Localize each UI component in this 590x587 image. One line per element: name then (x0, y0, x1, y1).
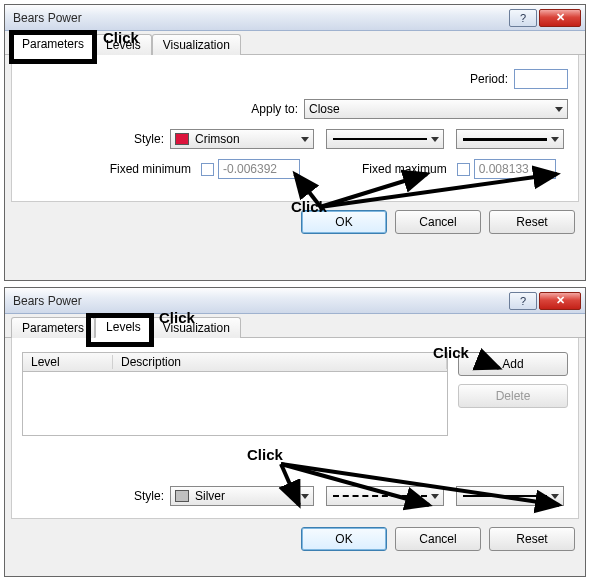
levels-table-header: Level Description (22, 352, 448, 372)
reset-button[interactable]: Reset (489, 210, 575, 234)
chevron-down-icon (551, 137, 559, 142)
apply-to-value: Close (309, 102, 340, 116)
help-button[interactable]: ? (509, 9, 537, 27)
period-label: Period: (470, 72, 514, 86)
style-color-combo[interactable]: Crimson (170, 129, 314, 149)
window-title: Bears Power (13, 294, 507, 308)
fixed-max-label: Fixed maximum (362, 162, 453, 176)
style-color-combo[interactable]: Silver (170, 486, 314, 506)
fixed-max-checkbox[interactable] (457, 163, 470, 176)
style-label: Style: (22, 132, 170, 146)
fixed-min-label: Fixed minimum (22, 162, 197, 176)
style-width-combo[interactable] (456, 129, 564, 149)
color-swatch-icon (175, 133, 189, 145)
apply-to-combo[interactable]: Close (304, 99, 568, 119)
col-level: Level (23, 355, 113, 369)
tab-visualization[interactable]: Visualization (152, 317, 241, 338)
style-color-value: Silver (195, 489, 225, 503)
tab-levels[interactable]: Levels (95, 316, 152, 338)
line-width-preview-icon (463, 138, 547, 141)
line-dash-preview-icon (333, 495, 427, 497)
col-description: Description (113, 355, 447, 369)
dialog-button-row: OK Cancel Reset (5, 202, 585, 244)
line-preview-icon (333, 138, 427, 140)
tabstrip: Parameters Levels Visualization (5, 33, 585, 55)
period-input[interactable] (514, 69, 568, 89)
close-icon: ✕ (556, 11, 565, 24)
fixed-min-input[interactable] (218, 159, 300, 179)
style-line-combo[interactable] (326, 486, 444, 506)
style-label: Style: (22, 489, 170, 503)
tab-parameters[interactable]: Parameters (11, 317, 95, 338)
help-icon: ? (520, 12, 526, 24)
levels-table-body[interactable] (22, 372, 448, 436)
delete-button[interactable]: Delete (458, 384, 568, 408)
window-title: Bears Power (13, 11, 507, 25)
help-button[interactable]: ? (509, 292, 537, 310)
apply-to-label: Apply to: (22, 102, 304, 116)
tab-levels[interactable]: Levels (95, 34, 152, 55)
chevron-down-icon (431, 494, 439, 499)
chevron-down-icon (431, 137, 439, 142)
chevron-down-icon (551, 494, 559, 499)
tabstrip: Parameters Levels Visualization (5, 316, 585, 338)
line-width-preview-icon (463, 495, 547, 497)
ok-button[interactable]: OK (301, 210, 387, 234)
dialog-button-row: OK Cancel Reset (5, 519, 585, 561)
cancel-button[interactable]: Cancel (395, 210, 481, 234)
style-line-combo[interactable] (326, 129, 444, 149)
color-swatch-icon (175, 490, 189, 502)
titlebar[interactable]: Bears Power ? ✕ (5, 288, 585, 314)
fixed-max-input[interactable] (474, 159, 556, 179)
style-width-combo[interactable] (456, 486, 564, 506)
titlebar[interactable]: Bears Power ? ✕ (5, 5, 585, 31)
chevron-down-icon (301, 494, 309, 499)
add-button[interactable]: Add (458, 352, 568, 376)
tab-visualization[interactable]: Visualization (152, 34, 241, 55)
close-button[interactable]: ✕ (539, 9, 581, 27)
reset-button[interactable]: Reset (489, 527, 575, 551)
tab-parameters[interactable]: Parameters (11, 33, 95, 55)
cancel-button[interactable]: Cancel (395, 527, 481, 551)
fixed-min-checkbox[interactable] (201, 163, 214, 176)
help-icon: ? (520, 295, 526, 307)
panel-parameters: Period: Apply to: Close Style: Crimson (11, 55, 579, 202)
style-color-value: Crimson (195, 132, 240, 146)
close-icon: ✕ (556, 294, 565, 307)
dialog-bears-power-parameters: Bears Power ? ✕ Parameters Levels Visual… (4, 4, 586, 281)
panel-levels: Level Description Add Delete Style: Silv… (11, 338, 579, 519)
ok-button[interactable]: OK (301, 527, 387, 551)
chevron-down-icon (301, 137, 309, 142)
dialog-bears-power-levels: Bears Power ? ✕ Parameters Levels Visual… (4, 287, 586, 577)
close-button[interactable]: ✕ (539, 292, 581, 310)
chevron-down-icon (555, 107, 563, 112)
